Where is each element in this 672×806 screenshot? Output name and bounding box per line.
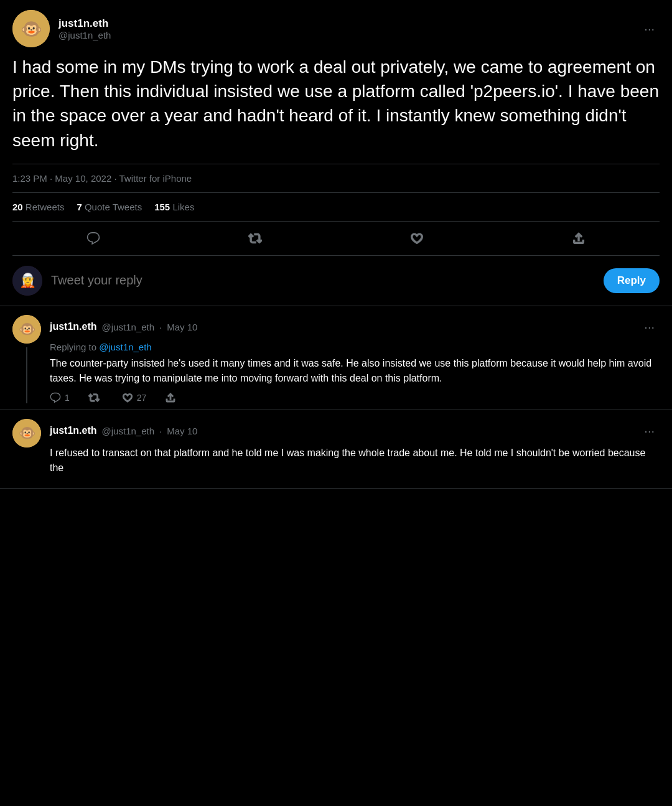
quote-tweets-stat[interactable]: 7 Quote Tweets [77, 202, 142, 212]
reply-header-2: just1n.eth @just1n_eth · May 10 ··· [50, 419, 660, 443]
reply-comment-icon-1 [50, 392, 61, 403]
tweet-header: 🐵 just1n.eth @just1n_eth ··· [12, 10, 660, 47]
reply-box: 🧝 Reply [0, 256, 672, 306]
reply-handle-1[interactable]: @just1n_eth [102, 322, 154, 332]
current-user-avatar-image: 🧝 [12, 266, 42, 296]
reply-date-separator-1: · [159, 322, 162, 332]
quote-tweets-count: 7 [77, 202, 82, 212]
username[interactable]: @just1n_eth [58, 30, 111, 40]
retweets-label: Retweets [26, 202, 65, 212]
comment-icon [86, 232, 100, 245]
reply-actions-1: 1 27 [50, 392, 660, 403]
reply-text-1: The counter-party insisted he's used it … [50, 356, 660, 386]
retweets-count: 20 [12, 202, 23, 212]
display-name[interactable]: just1n.eth [58, 17, 111, 30]
reply-like-button-1[interactable]: 27 [122, 392, 147, 403]
tweet-header-left: 🐵 just1n.eth @just1n_eth [12, 10, 111, 47]
tweet-stats: 20 Retweets 7 Quote Tweets 155 Likes [12, 193, 660, 222]
current-user-avatar: 🧝 [12, 266, 42, 296]
replying-to-link-1[interactable]: @just1n_eth [99, 342, 151, 352]
reply-header-left-1: just1n.eth @just1n_eth · May 10 [50, 321, 197, 332]
reply-tweet-left-2: 🐵 [12, 419, 41, 482]
share-icon [572, 232, 586, 245]
reply-submit-button[interactable]: Reply [604, 268, 660, 293]
likes-label: Likes [172, 202, 194, 212]
reply-handle-2[interactable]: @just1n_eth [102, 426, 154, 436]
reply-like-icon-1 [122, 392, 133, 403]
reply-display-name-1[interactable]: just1n.eth [50, 321, 97, 332]
replying-to-1: Replying to @just1n_eth [50, 342, 660, 352]
reply-avatar-2[interactable]: 🐵 [12, 419, 41, 448]
reply-input[interactable] [51, 273, 595, 288]
reply-content-1: just1n.eth @just1n_eth · May 10 ··· Repl… [50, 315, 660, 403]
reply-avatar-image-2: 🐵 [12, 419, 41, 448]
reply-share-button-1[interactable] [165, 392, 176, 403]
retweets-stat[interactable]: 20 Retweets [12, 202, 64, 212]
reply-date-2: May 10 [167, 426, 197, 436]
reply-date-1: May 10 [167, 322, 197, 332]
user-info: just1n.eth @just1n_eth [58, 17, 111, 40]
retweet-button[interactable] [236, 225, 274, 251]
reply-like-count-1: 27 [137, 393, 147, 403]
reply-more-options-2[interactable]: ··· [639, 419, 660, 443]
tweet-timestamp: 1:23 PM · May 10, 2022 · Twitter for iPh… [12, 164, 660, 193]
reply-tweet-2: 🐵 just1n.eth @just1n_eth · May 10 ··· I … [0, 410, 672, 489]
reply-content-2: just1n.eth @just1n_eth · May 10 ··· I re… [50, 419, 660, 482]
share-button[interactable] [559, 225, 598, 251]
reply-display-name-2[interactable]: just1n.eth [50, 425, 97, 436]
reply-avatar-image-1: 🐵 [12, 315, 41, 344]
reply-text-2: I refused to transact on that platform a… [50, 446, 660, 476]
tweet-actions [12, 222, 660, 256]
reply-avatar-1[interactable]: 🐵 [12, 315, 41, 344]
main-tweet: 🐵 just1n.eth @just1n_eth ··· I had some … [0, 0, 672, 256]
avatar-image: 🐵 [12, 10, 50, 47]
reply-header-1: just1n.eth @just1n_eth · May 10 ··· [50, 315, 660, 339]
thread-line-1 [26, 347, 27, 403]
likes-stat[interactable]: 155 Likes [154, 202, 194, 212]
reply-retweet-button-1[interactable] [88, 392, 103, 403]
comment-button[interactable] [74, 225, 113, 251]
likes-count: 155 [154, 202, 170, 212]
reply-header-left-2: just1n.eth @just1n_eth · May 10 [50, 425, 197, 436]
reply-date-separator-2: · [159, 426, 162, 436]
reply-tweet-left: 🐵 [12, 315, 41, 403]
reply-comment-button-1[interactable]: 1 [50, 392, 70, 403]
like-button[interactable] [398, 225, 436, 251]
avatar[interactable]: 🐵 [12, 10, 50, 47]
like-icon [410, 232, 424, 245]
retweet-icon [248, 232, 262, 245]
more-options-button[interactable]: ··· [639, 17, 660, 41]
reply-more-options-1[interactable]: ··· [639, 315, 660, 339]
reply-retweet-icon-1 [88, 392, 100, 403]
quote-tweets-label: Quote Tweets [85, 202, 142, 212]
reply-share-icon-1 [165, 392, 176, 403]
tweet-text: I had some in my DMs trying to work a de… [12, 55, 660, 152]
reply-comment-count-1: 1 [65, 393, 70, 403]
reply-tweet-1: 🐵 just1n.eth @just1n_eth · May 10 ··· Re… [0, 306, 672, 410]
